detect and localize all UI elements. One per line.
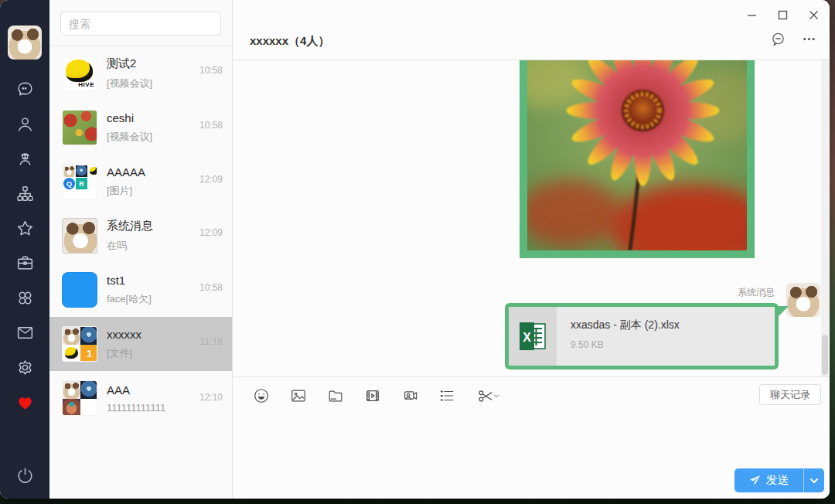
puppy-avatar bbox=[63, 219, 97, 254]
file-message[interactable]: X xxasdas - 副本 (2).xlsx 9.50 KB bbox=[505, 303, 779, 369]
power-icon[interactable] bbox=[15, 465, 35, 485]
conversation-preview: face[哈欠] bbox=[107, 292, 223, 306]
favorites-icon[interactable] bbox=[15, 218, 35, 238]
scrollbar-track[interactable] bbox=[821, 60, 829, 376]
scrollbar-thumb[interactable] bbox=[822, 335, 828, 375]
conversation-item[interactable]: ceshi 10:58 [视频会议] bbox=[49, 100, 232, 155]
conversation-preview: [视频会议] bbox=[107, 77, 223, 90]
group-avatar: Q R bbox=[62, 164, 97, 199]
window-controls bbox=[741, 6, 823, 23]
conversation-name: AAAAA bbox=[107, 165, 145, 179]
message-input-area bbox=[233, 414, 830, 464]
puppy-avatar-image bbox=[8, 26, 42, 60]
settings-icon[interactable] bbox=[15, 357, 35, 377]
mail-icon[interactable] bbox=[15, 322, 35, 342]
conversation-time: 10:58 bbox=[199, 120, 223, 131]
send-row: 发送 bbox=[233, 464, 830, 499]
screenshot-button[interactable] bbox=[474, 386, 503, 406]
conversation-item[interactable]: Q R AAAAA 12:09 [图片] bbox=[49, 155, 232, 209]
excel-file-icon: X bbox=[509, 307, 557, 366]
search-input[interactable] bbox=[60, 12, 221, 36]
more-options-icon[interactable] bbox=[800, 30, 817, 47]
conversation-name: 系统消息 bbox=[107, 219, 153, 233]
sidebar-nav bbox=[15, 79, 35, 412]
close-button[interactable] bbox=[803, 6, 823, 23]
groups-icon[interactable] bbox=[15, 148, 35, 169]
composer-toolbar: 聊天记录 bbox=[233, 376, 830, 414]
message-area: 系统消息 X xxasdas - 副本 (2).xlsx 9.50 KB bbox=[233, 60, 830, 376]
video-call-button[interactable] bbox=[400, 386, 420, 406]
chat-pane: xxxxxx（4人） bbox=[233, 0, 830, 499]
workbench-icon[interactable] bbox=[15, 253, 35, 273]
conversation-preview: 在吗 bbox=[107, 239, 223, 253]
chat-icon[interactable] bbox=[15, 79, 35, 99]
maximize-button[interactable] bbox=[772, 6, 792, 23]
sidebar bbox=[0, 0, 49, 499]
send-button[interactable]: 发送 bbox=[734, 468, 804, 492]
flower-avatar bbox=[63, 111, 97, 145]
chat-header: xxxxxx（4人） bbox=[233, 0, 830, 60]
group-avatar: 1 bbox=[62, 326, 97, 362]
conversation-name: xxxxxx bbox=[107, 328, 141, 341]
conversation-name: 测试2 bbox=[107, 56, 136, 71]
conversation-item[interactable]: AAA 12:10 111111111111 bbox=[49, 371, 232, 425]
conversation-name: AAA bbox=[107, 383, 130, 397]
sender-avatar[interactable] bbox=[786, 283, 820, 317]
conversation-time: 10:58 bbox=[199, 65, 223, 76]
conversation-list: HIVE 测试2 10:58 [视频会议] ceshi 10:58 [视频会议]… bbox=[49, 0, 233, 499]
conversation-item[interactable]: tst1 10:58 face[哈欠] bbox=[49, 263, 232, 317]
send-options-button[interactable] bbox=[804, 468, 824, 492]
group-avatar bbox=[62, 380, 97, 416]
conversation-item-selected[interactable]: 1 xxxxxx 11:18 [文件] bbox=[49, 317, 232, 371]
unread-badge: 1 bbox=[80, 345, 97, 362]
send-image-button[interactable] bbox=[288, 386, 308, 406]
conversation-time: 12:09 bbox=[199, 227, 223, 238]
conversation-preview: [图片] bbox=[107, 184, 223, 198]
contacts-icon[interactable] bbox=[15, 114, 35, 134]
chat-history-list-button[interactable] bbox=[437, 386, 457, 406]
conversation-preview: [文件] bbox=[107, 346, 223, 360]
chat-title: xxxxxx（4人） bbox=[250, 34, 329, 49]
conversation-preview: 111111111111 bbox=[107, 402, 223, 414]
chat-history-button[interactable]: 聊天记录 bbox=[759, 384, 821, 405]
org-chart-icon[interactable] bbox=[15, 183, 35, 203]
app-window: HIVE 测试2 10:58 [视频会议] ceshi 10:58 [视频会议]… bbox=[0, 0, 830, 499]
sender-name: 系统消息 bbox=[738, 286, 775, 299]
send-video-button[interactable] bbox=[363, 386, 383, 406]
message-input[interactable] bbox=[233, 414, 830, 464]
heart-icon[interactable] bbox=[15, 392, 35, 412]
file-size: 9.50 KB bbox=[571, 339, 680, 350]
svg-text:X: X bbox=[523, 331, 531, 344]
hive-avatar: HIVE bbox=[62, 56, 97, 91]
blue-avatar bbox=[62, 272, 97, 308]
apps-icon[interactable] bbox=[15, 288, 35, 308]
search-bar bbox=[49, 0, 232, 46]
conversation-preview: [视频会议] bbox=[107, 130, 223, 144]
conversation-time: 12:10 bbox=[199, 392, 223, 403]
conversation-item[interactable]: 系统消息 12:09 在吗 bbox=[49, 209, 232, 263]
conversation-time: 10:58 bbox=[199, 282, 223, 293]
user-avatar[interactable] bbox=[8, 26, 42, 60]
chevron-down-icon bbox=[809, 476, 819, 485]
send-button-group: 发送 bbox=[734, 468, 824, 492]
paper-plane-icon bbox=[749, 475, 761, 486]
conversation-item[interactable]: HIVE 测试2 10:58 [视频会议] bbox=[49, 46, 232, 100]
conversation-time: 12:09 bbox=[199, 174, 223, 185]
image-message-flower[interactable] bbox=[520, 60, 755, 258]
conversation-time: 11:18 bbox=[200, 336, 223, 347]
conversation-name: ceshi bbox=[107, 111, 134, 124]
mute-notifications-icon[interactable] bbox=[769, 30, 786, 47]
file-name: xxasdas - 副本 (2).xlsx bbox=[571, 318, 680, 332]
flower-image bbox=[527, 60, 747, 250]
minimize-button[interactable] bbox=[741, 6, 762, 23]
send-file-button[interactable] bbox=[325, 386, 346, 406]
conversation-name: tst1 bbox=[107, 274, 125, 287]
emoji-button[interactable] bbox=[251, 386, 271, 406]
bubble-tail bbox=[777, 306, 789, 318]
